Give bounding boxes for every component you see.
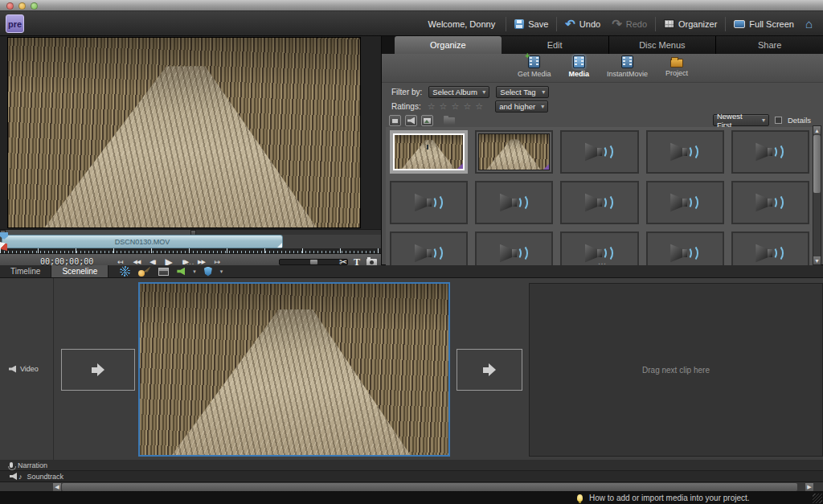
audio-clip-cell[interactable] — [731, 181, 809, 224]
audio-clip-cell[interactable] — [475, 232, 553, 265]
scroll-up-button[interactable]: ▲ — [813, 126, 821, 134]
audio-clip-cell[interactable] — [646, 130, 724, 174]
minimize-window-icon[interactable] — [18, 2, 26, 10]
soundtrack-track[interactable]: ♪ Soundtrack — [0, 471, 823, 482]
tab-share[interactable]: Share — [716, 36, 823, 54]
monitor-icon — [734, 20, 745, 28]
tab-disc-menus[interactable]: Disc Menus — [609, 36, 717, 54]
chevron-down-icon[interactable]: ▾ — [193, 268, 196, 275]
film-icon — [392, 117, 398, 125]
photo-icon — [424, 118, 431, 124]
audio-clip-cell[interactable] — [646, 232, 724, 265]
close-window-icon[interactable] — [6, 2, 14, 10]
divider — [655, 17, 656, 31]
select-tag-dropdown[interactable]: Select Tag ▾ — [496, 86, 549, 98]
divider — [53, 278, 54, 460]
ratings-label: Ratings: — [391, 102, 421, 111]
audio-clip-cell[interactable] — [731, 130, 809, 174]
tab-sceneline[interactable]: Sceneline — [51, 265, 109, 277]
fast-forward-button[interactable]: ▶▶ — [198, 259, 205, 265]
transition-drop-zone[interactable] — [61, 349, 135, 391]
chevron-down-icon[interactable]: ▾ — [220, 268, 223, 275]
audio-clip-icon — [670, 142, 699, 162]
tag-badge-icon — [457, 163, 463, 169]
timeline-horizontal-scrollbar[interactable]: ◀ ▶ — [0, 482, 823, 492]
chevron-down-icon: ▾ — [762, 117, 765, 124]
show-project-media-button[interactable] — [444, 117, 455, 125]
workspace-tab-bar: Timeline Sceneline ▾ ▾ — [0, 265, 823, 278]
audio-clip-cell[interactable] — [560, 181, 638, 224]
video-clip-cell[interactable] — [390, 130, 468, 174]
show-video-filter-button[interactable] — [389, 115, 401, 126]
next-clip-drop-zone[interactable]: Drag next clip here — [529, 283, 823, 457]
sceneline-clip-thumbnail[interactable] — [138, 282, 450, 457]
properties-icon[interactable] — [158, 268, 169, 276]
shuttle-thumb[interactable] — [310, 260, 317, 264]
full-screen-button[interactable]: Full Screen — [728, 15, 800, 33]
details-checkbox[interactable] — [775, 117, 782, 124]
window-resize-grip[interactable] — [813, 494, 822, 503]
audio-clip-icon — [500, 193, 529, 212]
show-photo-filter-button[interactable] — [421, 115, 433, 126]
audio-clip-cell[interactable] — [731, 232, 809, 265]
scrollbar-thumb[interactable] — [813, 135, 821, 193]
audio-clip-cell[interactable] — [475, 181, 553, 224]
welcome-text: Welcome, Donny — [428, 19, 496, 29]
filter-by-label: Filter by: — [391, 88, 422, 96]
frame-back-button[interactable]: ◀▮ — [149, 259, 155, 265]
divider — [506, 17, 506, 31]
sort-order-dropdown[interactable]: Newest First ▾ — [713, 114, 769, 126]
media-grid-scrollbar[interactable]: ▲ ▼ — [813, 125, 821, 265]
select-album-dropdown[interactable]: Select Album ▾ — [428, 86, 489, 98]
transitions-icon[interactable] — [138, 267, 150, 277]
rating-stars[interactable]: ☆ ☆ ☆ ☆ ☆ — [428, 101, 485, 112]
and-higher-dropdown[interactable]: and higher ▾ — [495, 100, 548, 113]
home-button[interactable]: ⌂ — [800, 15, 818, 33]
chevron-down-icon: ▾ — [541, 103, 544, 110]
save-button[interactable]: Save — [509, 15, 554, 33]
organizer-button[interactable]: Organizer — [658, 15, 723, 33]
scroll-left-button[interactable]: ◀ — [53, 483, 61, 491]
tab-timeline[interactable]: Timeline — [0, 265, 51, 277]
redo-button[interactable]: ↷ Redo — [606, 15, 653, 33]
instantmovie-icon — [621, 55, 633, 68]
instantmovie-button[interactable]: InstantMovie — [607, 55, 648, 82]
scrollbar-thumb[interactable] — [62, 483, 797, 491]
status-bar: How to add or import media into your pro… — [0, 492, 823, 504]
project-button[interactable]: Project — [665, 55, 688, 82]
smart-fix-shield-icon[interactable] — [204, 267, 212, 277]
video-clip-cell[interactable] — [475, 130, 553, 174]
narration-track[interactable]: Narration — [0, 460, 823, 471]
speaker-icon — [10, 473, 17, 480]
audio-mix-icon[interactable] — [177, 268, 185, 276]
media-button[interactable]: Media — [568, 55, 589, 82]
audio-clip-cell[interactable] — [390, 232, 468, 265]
get-media-icon: + — [528, 55, 540, 68]
status-hint-text[interactable]: How to add or import media into your pro… — [589, 494, 750, 502]
tab-organize[interactable]: Organize — [395, 36, 502, 54]
shuttle-slider[interactable] — [279, 259, 348, 265]
media-grid — [386, 127, 813, 265]
scroll-right-button[interactable]: ▶ — [805, 483, 813, 491]
transition-drop-zone[interactable] — [457, 349, 522, 391]
narration-label: Narration — [18, 461, 47, 469]
get-media-button[interactable]: + Get Media — [518, 55, 551, 82]
effects-icon[interactable] — [120, 266, 130, 277]
tab-edit[interactable]: Edit — [502, 36, 609, 54]
scroll-down-button[interactable]: ▼ — [813, 256, 821, 264]
audio-clip-icon — [755, 193, 784, 212]
monitor-mini-scrollbar[interactable] — [0, 229, 381, 235]
undo-button[interactable]: ↶ Undo — [559, 15, 606, 33]
audio-clip-cell[interactable] — [390, 181, 468, 224]
audio-clip-cell[interactable] — [646, 181, 724, 224]
audio-clip-icon — [755, 142, 784, 162]
audio-clip-icon — [755, 244, 784, 263]
audio-clip-icon — [670, 193, 699, 212]
show-audio-filter-button[interactable] — [405, 115, 417, 126]
soundtrack-label: Soundtrack — [27, 473, 64, 481]
zoom-window-icon[interactable] — [31, 2, 38, 10]
clip-bar[interactable]: DSCN0130.MOV — [2, 235, 283, 248]
chevron-down-icon: ▾ — [542, 88, 545, 96]
audio-clip-cell[interactable] — [560, 130, 638, 174]
rewind-button[interactable]: ◀◀ — [133, 259, 141, 265]
